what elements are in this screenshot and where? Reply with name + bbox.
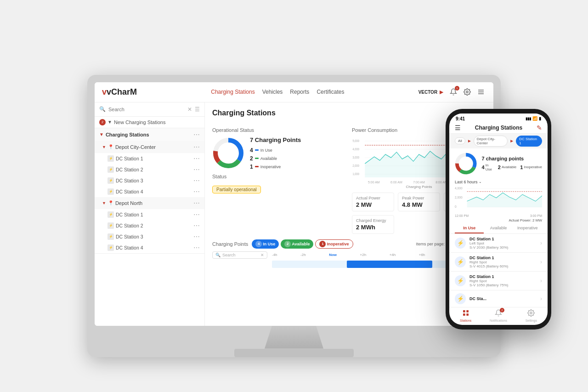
depot-city-center-label: Depot City-Center (115, 144, 156, 150)
status-row: Status Partially operational (212, 174, 346, 193)
nav-stations[interactable]: Stations (449, 309, 482, 322)
list-item[interactable]: ⚡ DC Station 1 Left Spot S-V 2030 (Batte… (449, 234, 548, 253)
stations-nav-icon (462, 309, 469, 318)
phone-status-bar: 9:41 ▮▮▮ 📶 ▮ (449, 114, 548, 122)
depot-city-center-header[interactable]: ▼ 📍 Depot City-Center ⋯ (95, 141, 204, 153)
phone-status-icons: ▮▮▮ 📶 ▮ (526, 116, 541, 121)
phone-menu-icon[interactable]: ☰ (455, 124, 461, 131)
list-item[interactable]: ⚡ DC Station 1 Right Spot S-V 1050 (Batt… (449, 272, 548, 290)
depot-city-options[interactable]: ⋯ (193, 143, 200, 151)
list-item[interactable]: ⚡ DC Sta... › (449, 290, 548, 307)
tab-available[interactable]: Available (484, 223, 513, 233)
station-item[interactable]: ⚡DC Station 3 ⋯ (95, 175, 204, 186)
phone-edit-icon[interactable]: ✎ (537, 124, 542, 131)
breadcrumb-depot[interactable]: Depot City-Center (474, 136, 508, 147)
phone-device: 9:41 ▮▮▮ 📶 ▮ ☰ Charging Stations ✎ All (446, 109, 551, 330)
search-input[interactable] (108, 107, 185, 112)
station-item[interactable]: ⚡DC Station 2 ⋯ (95, 164, 204, 175)
station-icon: ⚡ (107, 222, 114, 229)
available-dot (255, 158, 259, 159)
header-nav: Charging Stations Vehicles Reports Certi… (211, 89, 344, 95)
new-station-row[interactable]: 2 ▼ New Charging Stations (95, 117, 204, 128)
station-options[interactable]: ⋯ (193, 211, 200, 218)
timeline-search[interactable]: 🔍 Search ✕ (212, 251, 267, 259)
phone-donut-chart (455, 152, 477, 175)
station-item[interactable]: ⚡DC Station 4 ⋯ (95, 242, 204, 253)
list-item-title: DC Station 1 (469, 274, 537, 279)
station-options[interactable]: ⋯ (193, 166, 200, 173)
nav-notifications[interactable]: 2 Notifications (482, 309, 514, 322)
charging-points-section: Charging Points 4 In Use 2 Ava (212, 239, 486, 268)
svg-rect-35 (463, 313, 465, 316)
page-title: Charging Stations (212, 109, 276, 117)
station-options[interactable]: ⋯ (193, 155, 200, 162)
station-label: DC Station 2 (116, 167, 143, 172)
tab-in-use[interactable]: In Use (455, 223, 484, 233)
nav-vehicles[interactable]: Vehicles (262, 89, 283, 95)
sidebar-group-header[interactable]: ▼ Charging Stations ⋯ (95, 128, 204, 141)
filter-icon[interactable]: ☰ (195, 106, 200, 113)
svg-text:5,000: 5,000 (353, 139, 360, 142)
svg-text:0: 0 (455, 205, 457, 208)
cp-badges: 4 In Use 2 Available 1 (252, 239, 353, 249)
clear-search-icon[interactable]: ✕ (187, 106, 192, 113)
tab-inoperative[interactable]: Inoperative (513, 223, 542, 233)
available-badge[interactable]: 2 Available (281, 239, 313, 249)
svg-text:4,000: 4,000 (353, 147, 360, 151)
station-options[interactable]: ⋯ (193, 244, 200, 251)
list-item-spot: Right Spot (469, 260, 537, 264)
list-item-arrow: › (540, 278, 542, 284)
phone-title: Charging Stations (475, 125, 522, 131)
station-label: DC Station 3 (116, 178, 143, 183)
power-section-title: Power Consumption (352, 127, 397, 133)
station-options[interactable]: ⋯ (193, 233, 200, 240)
location-north-icon: 📍 (108, 200, 113, 205)
top-sections: Operational Status (212, 127, 486, 234)
in-use-legend: 4 In Use (250, 147, 301, 153)
breadcrumb-station[interactable]: DC Station 1 (516, 136, 542, 147)
list-item-title: DC Sta... (469, 296, 537, 301)
station-item[interactable]: ⚡DC Station 4 ⋯ (95, 186, 204, 197)
peak-power-box: Peak Power 4.8 MW (398, 193, 440, 211)
breadcrumb-all[interactable]: All (455, 137, 465, 144)
collapse-depot-north-icon: ▼ (102, 201, 106, 205)
x-label-1: 5:00 AM (368, 181, 380, 184)
nav-charging-stations[interactable]: Charging Stations (211, 89, 254, 95)
nav-certificates[interactable]: Certificates (317, 89, 344, 95)
station-options[interactable]: ⋯ (193, 177, 200, 184)
phone-header: ☰ Charging Stations ✎ (449, 122, 548, 134)
station-options[interactable]: ⋯ (193, 222, 200, 229)
depot-north-options[interactable]: ⋯ (193, 199, 200, 207)
nav-settings[interactable]: Settings (515, 309, 548, 322)
station-item[interactable]: ⚡DC Station 1 ⋯ (95, 153, 204, 164)
inop-badge[interactable]: 1 Inoperative (315, 239, 353, 249)
menu-button[interactable] (476, 87, 486, 97)
group-options-icon[interactable]: ⋯ (193, 131, 200, 138)
svg-point-37 (530, 312, 532, 314)
station-item[interactable]: ⚡DC Station 2 ⋯ (95, 220, 204, 231)
station-item[interactable]: ⚡DC Station 1 ⋯ (95, 209, 204, 220)
station-options[interactable]: ⋯ (193, 188, 200, 195)
phone-time-filter[interactable]: Last 6 hours ⌄ (449, 179, 548, 185)
tl-label-5: +6h (419, 253, 425, 257)
battery-icon: ▮ (539, 116, 541, 121)
depot-city-center-title: ▼ 📍 Depot City-Center (102, 144, 156, 150)
nav-reports[interactable]: Reports (290, 89, 309, 95)
list-item[interactable]: ⚡ DC Station 1 Right Spot S-V 4015 (Batt… (449, 253, 548, 272)
depot-north-header[interactable]: ▼ 📍 Depot North ⋯ (95, 197, 204, 209)
expand-icon: ▼ (107, 119, 112, 125)
notifications-button[interactable]: 1 (448, 87, 458, 97)
chevron-down-icon: ⌄ (479, 180, 482, 184)
station-item[interactable]: ⚡DC Station 3 ⋯ (95, 231, 204, 242)
list-item-vehicle: S-V 1050 (Battery 75%) (469, 283, 537, 287)
x-label-3: 7:00 AM (413, 181, 425, 184)
clear-tl-icon[interactable]: ✕ (260, 253, 264, 257)
svg-rect-33 (463, 310, 465, 312)
svg-text:2,000: 2,000 (353, 164, 360, 167)
donut-chart (212, 137, 244, 169)
phone-time: 9:41 (456, 116, 465, 121)
in-use-badge[interactable]: 4 In Use (252, 239, 279, 249)
new-station-label: New Charging Stations (114, 119, 166, 125)
app-body: 🔍 ✕ ☰ 2 ▼ New Charging Stations (95, 102, 493, 326)
settings-button[interactable] (462, 87, 472, 97)
